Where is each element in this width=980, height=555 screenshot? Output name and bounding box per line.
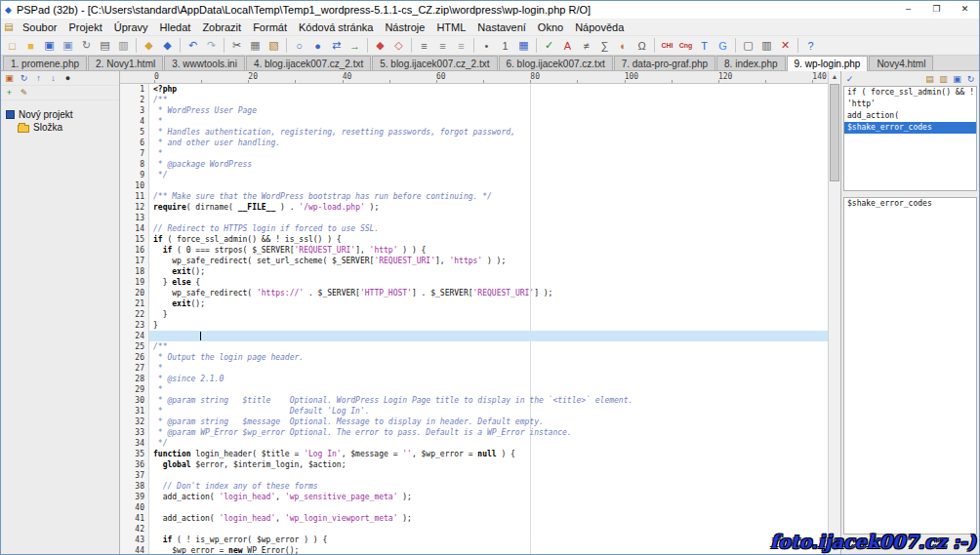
copy-list-button[interactable]: ▤: [923, 72, 936, 85]
menu-nastaven[interactable]: Nastavení: [471, 20, 532, 34]
spell-check-button[interactable]: A: [558, 37, 577, 55]
editor-vscrollbar[interactable]: ▲ ▼: [828, 71, 840, 554]
code-explorer-list[interactable]: if ( force_ssl_admin() && ! is_ssl() ) {…: [843, 86, 977, 191]
save-list-button[interactable]: ▣: [951, 72, 963, 85]
scrollbar-thumb[interactable]: [830, 84, 839, 181]
project-save-button[interactable]: ◆: [158, 37, 177, 55]
code-line[interactable]: 35function login_header( $title = 'Log I…: [120, 449, 828, 459]
redo-button[interactable]: ↷: [202, 37, 221, 55]
code-line[interactable]: 38 // Don't index any of these forms: [120, 481, 828, 492]
code-line[interactable]: 23}: [120, 320, 828, 331]
move-up-button[interactable]: ↑: [32, 72, 45, 85]
code-line[interactable]: 36 global $error, $interim_login, $actio…: [120, 459, 828, 470]
code-line[interactable]: 6 * and other user handling.: [120, 138, 828, 148]
menu-zobrazit[interactable]: Zobrazit: [196, 20, 247, 34]
insert-table-button[interactable]: ▦: [514, 37, 533, 55]
code-line[interactable]: 12require( dirname( __FILE__ ) . '/wp-lo…: [120, 202, 828, 213]
project-open-button[interactable]: ◆: [140, 37, 158, 55]
add-item-button[interactable]: +: [3, 87, 16, 99]
paste-button[interactable]: ▧: [265, 37, 283, 55]
chm-viewer-button[interactable]: CHI: [658, 37, 676, 55]
explorer-item[interactable]: $shake_error_codes: [844, 122, 976, 134]
save-file-button[interactable]: ▣: [40, 37, 59, 55]
code-line[interactable]: 28 * @since 2.1.0: [120, 374, 828, 384]
code-line[interactable]: 32 * @param string $message Optional. Me…: [120, 416, 828, 427]
edit-item-button[interactable]: ✎: [18, 87, 30, 99]
code-line[interactable]: 13: [120, 213, 828, 223]
list-bullets-button[interactable]: •: [477, 37, 496, 55]
code-line[interactable]: 14// Redirect to HTTPS login if forced t…: [120, 223, 828, 234]
code-line[interactable]: 26 * Output the login page header.: [120, 352, 828, 363]
copy-item-button[interactable]: ▥: [937, 72, 950, 85]
code-line[interactable]: 1<?php: [120, 84, 828, 95]
code-line[interactable]: 4 *: [120, 116, 828, 127]
code-line[interactable]: 8 * @package WordPress: [120, 159, 828, 170]
code-line[interactable]: 22 }: [120, 309, 828, 320]
code-editor[interactable]: 020406080100120140 1<?php2/**3 * WordPre…: [120, 71, 828, 554]
code-line[interactable]: 9 */: [120, 170, 828, 180]
menu-hledat[interactable]: Hledat: [154, 20, 197, 34]
code-line[interactable]: 34 */: [120, 438, 828, 449]
code-line[interactable]: 40: [120, 502, 828, 513]
code-line[interactable]: 3 * WordPress User Page: [120, 105, 828, 116]
print-button[interactable]: ▤: [96, 37, 114, 55]
code-line[interactable]: 5 * Handles authentication, registering,…: [120, 127, 828, 138]
menu-n-stroje[interactable]: Nástroje: [379, 20, 430, 34]
undo-button[interactable]: ↶: [184, 37, 202, 55]
explorer-item[interactable]: if ( force_ssl_admin() && ! is_ssl() ) {: [844, 87, 976, 99]
bookmark-button[interactable]: ◆: [371, 37, 389, 55]
refresh-list-button[interactable]: ↻: [964, 72, 977, 85]
code-line[interactable]: 31 * Default 'Log In'.: [120, 406, 828, 416]
menu-projekt[interactable]: Projekt: [62, 20, 107, 34]
refresh-project-button[interactable]: ↻: [18, 72, 30, 85]
code-line[interactable]: 29 *: [120, 384, 828, 395]
tab-4-blog-ijacek007-cz-2-txt[interactable]: 4. blog.ijacek007.cz_2.txt: [246, 56, 371, 70]
new-file-button[interactable]: □: [3, 37, 21, 55]
code-line[interactable]: 33 * @param WP_Error $wp_error Optional.…: [120, 427, 828, 438]
code-line[interactable]: 20 wp_safe_redirect( 'https://' . $_SERV…: [120, 288, 828, 298]
copy-button[interactable]: ▦: [246, 37, 265, 55]
color-picker-button[interactable]: ◐: [614, 37, 633, 55]
menu-okno[interactable]: Okno: [532, 20, 569, 34]
code-line[interactable]: 24: [120, 331, 828, 341]
reopen-button[interactable]: ↻: [77, 37, 96, 55]
code-line[interactable]: 17 wp_safe_redirect( set_url_scheme( $_S…: [120, 256, 828, 266]
char-table-button[interactable]: Ω: [633, 37, 651, 55]
save-all-button[interactable]: ▣: [59, 37, 77, 55]
document-menu-icon[interactable]: ▤: [1, 21, 17, 32]
code-line[interactable]: 19 } else {: [120, 277, 828, 288]
project-root-item[interactable]: Nový projekt: [1, 108, 119, 121]
tab-1-promene-php[interactable]: 1. promene.php: [3, 56, 87, 70]
move-down-button[interactable]: ↓: [47, 72, 60, 85]
code-line[interactable]: 7 *: [120, 148, 828, 159]
bookmark-list-button[interactable]: ◇: [389, 37, 408, 55]
project-info-button[interactable]: ●: [61, 72, 74, 85]
code-line[interactable]: 25/**: [120, 341, 828, 352]
align-center-button[interactable]: ≡: [433, 37, 452, 55]
print-preview-button[interactable]: ▥: [114, 37, 133, 55]
symbol-item[interactable]: $shake_error_codes: [844, 198, 976, 210]
menu-k-dov-str-nka[interactable]: Kódová stránka: [293, 20, 379, 34]
menu-soubor[interactable]: Soubor: [17, 20, 62, 34]
topstyle-button[interactable]: T: [695, 37, 714, 55]
code-line[interactable]: 27 *: [120, 363, 828, 374]
code-area[interactable]: 1<?php2/**3 * WordPress User Page4 *5 * …: [120, 84, 828, 554]
fullscreen-button[interactable]: ▢: [739, 37, 757, 55]
window-panels-button[interactable]: ▥: [757, 37, 776, 55]
menu-n-pov-da[interactable]: Nápověda: [569, 20, 630, 34]
explorer-item[interactable]: 'http': [844, 99, 976, 110]
list-numbered-button[interactable]: 1: [496, 37, 514, 55]
find-next-button[interactable]: ●: [308, 37, 327, 55]
code-line[interactable]: 39 add_action( 'login_head', 'wp_sensiti…: [120, 492, 828, 502]
code-line[interactable]: 42: [120, 524, 828, 535]
code-line[interactable]: 37: [120, 470, 828, 481]
maximize-button[interactable]: ❐: [922, 1, 951, 19]
cut-button[interactable]: ✂: [227, 37, 246, 55]
code-line[interactable]: 10: [120, 180, 828, 191]
goto-line-button[interactable]: →: [346, 37, 364, 55]
tab-9-wp-login-php[interactable]: 9. wp-login.php: [787, 56, 869, 71]
tab-novy4-html[interactable]: Novy4.html: [869, 56, 933, 70]
code-inspector-button[interactable]: Cng: [676, 37, 695, 55]
replace-button[interactable]: ⇄: [327, 37, 346, 55]
syntax-check-button[interactable]: ✓: [540, 37, 558, 55]
